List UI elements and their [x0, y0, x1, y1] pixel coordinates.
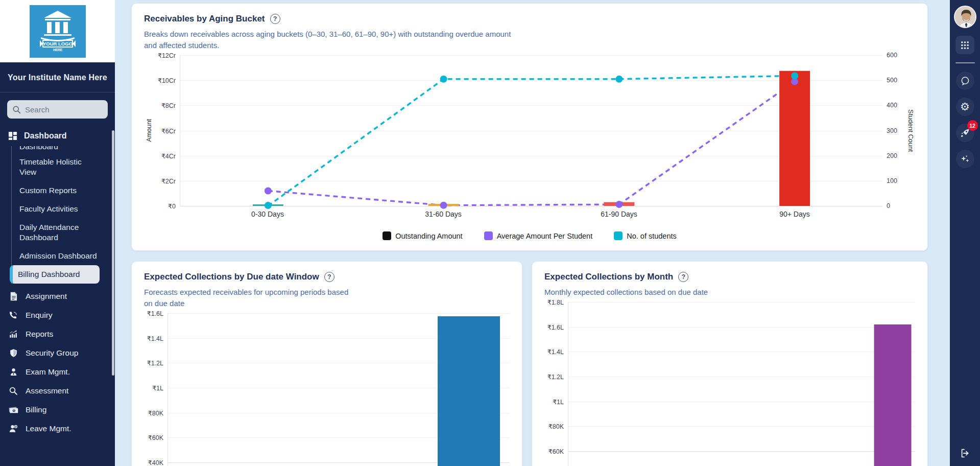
sidebar-subitem-admission-dashboard[interactable]: Admission Dashboard [12, 247, 102, 265]
combo-chart: Amount ₹12Cr₹10Cr₹8Cr₹6Cr₹4Cr₹2Cr₹0 0-30… [144, 55, 915, 222]
axis-tick: ₹40K [148, 459, 163, 466]
gridline [180, 206, 882, 206]
sidebar-section-dashboard[interactable]: Dashboard [0, 127, 115, 145]
settings-button[interactable]: ⚙ [956, 98, 974, 116]
y-axis-ticks: ₹1.6L₹1.4L₹1.2L₹1L₹80K₹60K₹40K [144, 313, 168, 466]
sparkles-icon [960, 154, 970, 165]
sidebar-subitem-billing-dashboard[interactable]: Billing Dashboard [10, 265, 100, 284]
sidebar-subitem-timetable-holistic-view[interactable]: Timetable Holistic View [12, 153, 102, 181]
right-axis-ticks: 6005004003002001000 [882, 55, 906, 206]
collections-due-window-card: Expected Collections by Due date Window … [131, 261, 522, 466]
enquiry-icon [8, 311, 18, 320]
bar-chart: ₹1.8L₹1.6L₹1.4L₹1.2L₹1L₹80K₹60K [544, 302, 915, 466]
legend-item-no-of-students[interactable]: No. of students [614, 231, 677, 240]
sidebar-item-reports[interactable]: Reports [0, 324, 115, 343]
sidebar-item-assessment[interactable]: Assessment [0, 381, 115, 400]
axis-tick: ₹1.4L [547, 348, 564, 356]
sidebar-item-label: Security Group [26, 348, 78, 358]
gridline [568, 377, 915, 377]
card-subtitle: Forecasts expected receivables for upcom… [144, 287, 353, 309]
building-icon: YOUR LOGO HERE [36, 10, 80, 53]
sidebar-item-exam-mgmt[interactable]: Exam Mgmt. [0, 362, 115, 381]
help-icon[interactable]: ? [270, 14, 280, 24]
svg-text:YOUR LOGO: YOUR LOGO [42, 41, 72, 46]
help-icon[interactable]: ? [324, 272, 334, 282]
legend-item-outstanding-amount[interactable]: Outstanding Amount [383, 231, 462, 240]
axis-tick: ₹2Cr [161, 177, 176, 184]
left-axis-title: Amount [144, 55, 153, 206]
apps-grid-button[interactable] [955, 36, 974, 54]
user-avatar[interactable] [954, 6, 976, 28]
leave-icon [8, 424, 18, 433]
x-axis-labels: 0-30 Days31-60 Days61-90 Days90+ Days [180, 210, 882, 222]
apps-grid-icon [960, 40, 970, 50]
axis-tick: ₹1.2L [547, 373, 564, 381]
logout-icon [960, 448, 971, 459]
axis-tick: ₹1.6L [147, 310, 163, 317]
sidebar-subitem-faculty-activities[interactable]: Faculty Activities [12, 200, 102, 218]
sidebar-subitem-dashboard[interactable]: Dashboard [12, 146, 102, 153]
dashboard-icon [8, 131, 17, 141]
axis-tick: ₹8Cr [161, 102, 176, 109]
help-icon[interactable]: ? [678, 272, 688, 282]
search-icon [12, 105, 21, 114]
sidebar-scrollbar[interactable] [112, 130, 114, 376]
x-axis-label: 90+ Days [779, 210, 810, 218]
legend-label: Outstanding Amount [395, 232, 462, 240]
card-title: Expected Collections by Due date Window [144, 272, 319, 282]
axis-tick: ₹4Cr [161, 152, 176, 159]
sidebar-item-security-group[interactable]: Security Group [0, 343, 115, 362]
sidebar-subitem-custom-reports[interactable]: Custom Reports [12, 181, 102, 200]
axis-tick: ₹1.8L [547, 298, 564, 306]
divider [955, 62, 975, 63]
sidebar-item-enquiry[interactable]: Enquiry [0, 306, 115, 324]
chart-plot-area [168, 313, 510, 466]
sidebar-item-label: Billing [26, 405, 46, 414]
right-axis-title: Student Count [906, 55, 915, 206]
collections-by-month-card: Expected Collections by Month ? Monthly … [532, 261, 928, 466]
sidebar-subitem-daily-attendance-dashboard[interactable]: Daily Attendance Dashboard [12, 218, 102, 247]
axis-tick: ₹1.4L [147, 334, 163, 342]
axis-tick: 100 [887, 177, 897, 184]
sidebar-item-label: Enquiry [26, 311, 53, 320]
search-input[interactable] [25, 105, 103, 114]
chart-plot-area [180, 55, 882, 206]
svg-text:₹: ₹ [13, 409, 14, 412]
ai-sparkles-button[interactable] [956, 150, 974, 168]
axis-tick: ₹80K [148, 409, 163, 416]
sidebar-item-label: Reports [26, 330, 53, 339]
gridline [568, 302, 915, 302]
chat-button[interactable] [956, 72, 974, 90]
dashboard-submenu: DashboardTimetable Holistic ViewCustom R… [11, 146, 115, 284]
search-box[interactable] [7, 100, 108, 119]
legend-swatch [614, 231, 623, 240]
sidebar-item-assignment[interactable]: Assignment [0, 287, 115, 306]
axis-tick: ₹6Cr [161, 127, 176, 134]
sidebar-item-billing[interactable]: ₹Billing [0, 400, 115, 419]
axis-tick: ₹10Cr [158, 77, 176, 84]
sidebar-section-label: Dashboard [24, 131, 67, 141]
charts-row: Expected Collections by Due date Window … [131, 261, 928, 466]
left-sidebar: YOUR LOGO HERE Your Institute Name Here [0, 0, 115, 466]
logout-button[interactable] [960, 448, 971, 459]
institute-name: Your Institute Name Here [0, 62, 115, 92]
axis-tick: ₹60K [548, 448, 564, 455]
billing-icon: ₹ [8, 406, 18, 414]
x-axis-label: 61-90 Days [601, 210, 637, 218]
sidebar-item-leave-mgmt[interactable]: Leave Mgmt. [0, 419, 115, 438]
bar [438, 316, 500, 466]
reports-icon [8, 330, 18, 339]
card-title: Receivables by Aging Bucket [144, 14, 265, 24]
gridline [568, 451, 915, 452]
gridline [568, 327, 915, 328]
bar [874, 324, 911, 466]
legend-item-average-amount-per-student[interactable]: Average Amount Per Student [484, 231, 593, 240]
axis-tick: 300 [887, 127, 897, 134]
svg-text:HERE: HERE [53, 48, 62, 52]
whats-new-button[interactable]: 12 [956, 124, 974, 142]
axis-tick: 200 [887, 152, 897, 159]
x-axis-label: 0-30 Days [251, 210, 284, 218]
sidebar-item-label: Exam Mgmt. [26, 367, 70, 377]
gridline [168, 313, 510, 314]
right-rail: ⚙ 12 [950, 0, 980, 466]
